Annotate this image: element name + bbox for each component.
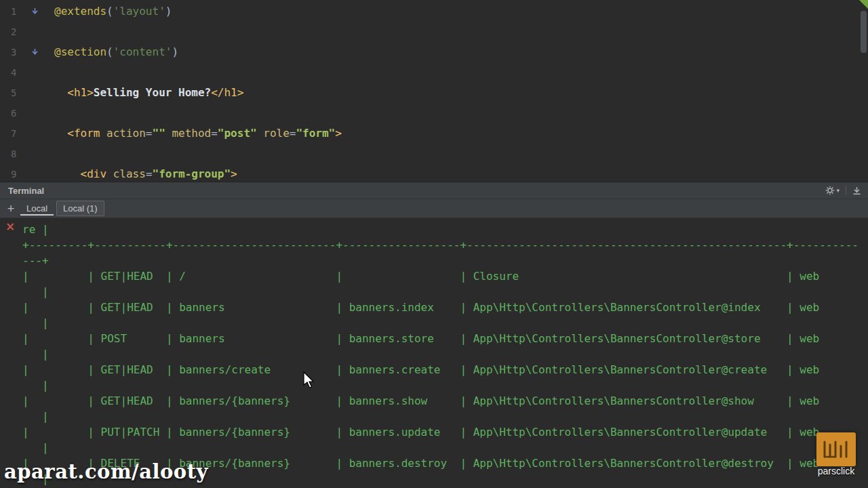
inspections-status-icon xyxy=(859,0,868,9)
terminal-tab-bar: + Local Local (1) xyxy=(0,199,868,218)
terminal-hide-button[interactable] xyxy=(852,186,861,195)
mouse-cursor-icon xyxy=(302,371,316,390)
gutter-spacer xyxy=(27,62,54,83)
gutter-spacer xyxy=(27,103,54,123)
code-line[interactable]: 1@extends('layout') xyxy=(0,1,868,22)
gutter-spacer xyxy=(27,123,54,144)
gutter-spacer xyxy=(27,83,54,103)
terminal-header-actions: ▾ xyxy=(825,186,861,195)
line-number: 4 xyxy=(11,62,27,83)
blade-directive-gutter-icon[interactable] xyxy=(27,1,54,22)
hide-panel-icon xyxy=(852,186,861,195)
terminal-header: Terminal ▾ xyxy=(0,182,868,199)
code-line[interactable]: 7 <form action="" method="post" role="fo… xyxy=(0,123,868,144)
chevron-down-icon: ▾ xyxy=(836,187,840,194)
tab-local[interactable]: Local xyxy=(20,201,54,216)
code-text xyxy=(54,62,868,83)
watermark-text: aparat.com/alooty xyxy=(4,460,208,483)
new-terminal-tab-button[interactable]: + xyxy=(4,202,18,216)
terminal-stop-icon[interactable]: × xyxy=(5,220,15,233)
terminal-output[interactable]: re | +---------+-----------+------------… xyxy=(0,218,868,487)
code-text: <h1>Selling Your Home?</h1> xyxy=(54,83,868,103)
toolbar-divider xyxy=(846,186,846,195)
line-number: 5 xyxy=(11,83,27,103)
gutter-spacer xyxy=(27,22,54,42)
line-number: 2 xyxy=(11,22,27,42)
terminal-panel: Terminal ▾ + Local Local (1) × re | +---… xyxy=(0,182,868,488)
code-line[interactable]: 3@section('content') xyxy=(0,42,868,62)
code-line[interactable]: 4 xyxy=(0,62,868,83)
line-number: 8 xyxy=(11,144,27,164)
parsclick-logo: parsclick xyxy=(816,432,856,476)
gutter-spacer xyxy=(27,144,54,164)
parsclick-logo-text: parsclick xyxy=(816,466,856,476)
code-line[interactable]: 5 <h1>Selling Your Home?</h1> xyxy=(0,83,868,103)
line-number: 6 xyxy=(11,103,27,123)
terminal-settings-button[interactable]: ▾ xyxy=(825,186,840,195)
line-number: 7 xyxy=(11,123,27,144)
code-line[interactable]: 6 xyxy=(0,103,868,123)
code-text: <div class="form-group"> xyxy=(54,164,868,182)
tab-local-1[interactable]: Local (1) xyxy=(56,201,104,216)
code-editor[interactable]: 1@extends('layout')23@section('content')… xyxy=(0,0,868,182)
blade-directive-gutter-icon[interactable] xyxy=(27,42,54,62)
code-line[interactable]: 8 xyxy=(0,144,868,164)
code-text: @extends('layout') xyxy=(54,1,868,22)
parsclick-logo-icon xyxy=(816,432,856,466)
code-line[interactable]: 2 xyxy=(0,22,868,42)
code-text: @section('content') xyxy=(54,42,868,62)
line-number: 9 xyxy=(11,164,27,182)
gutter-spacer xyxy=(27,164,54,182)
terminal-body: × re | +---------+-----------+----------… xyxy=(0,218,868,487)
code-text xyxy=(54,144,868,164)
code-text xyxy=(54,103,868,123)
gear-icon xyxy=(825,186,835,195)
line-number: 1 xyxy=(11,1,27,22)
code-text xyxy=(54,22,868,42)
code-line[interactable]: 9 <div class="form-group"> xyxy=(0,164,868,182)
terminal-title: Terminal xyxy=(8,186,44,196)
editor-lines: 1@extends('layout')23@section('content')… xyxy=(0,1,868,182)
line-number: 3 xyxy=(11,42,27,62)
editor-scrollbar-thumb[interactable] xyxy=(861,11,867,53)
code-text: <form action="" method="post" role="form… xyxy=(54,123,868,144)
